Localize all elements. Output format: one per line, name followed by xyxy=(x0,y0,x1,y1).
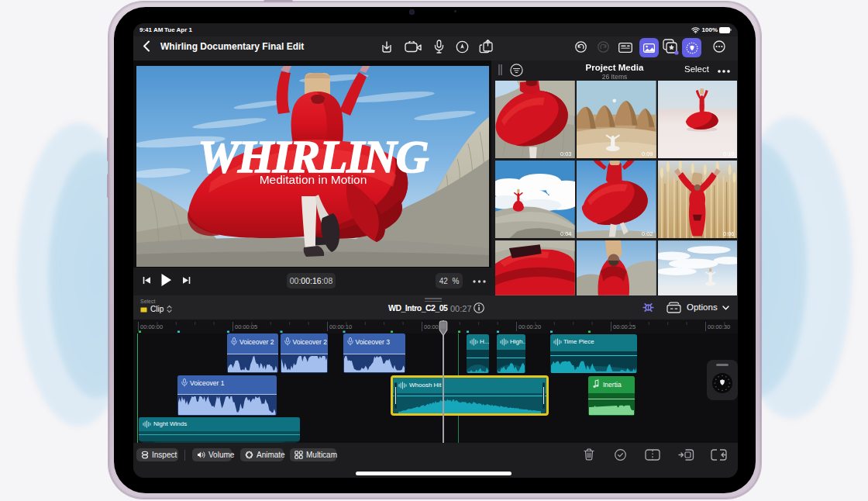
svg-text:0:02: 0:02 xyxy=(642,230,653,237)
svg-text:00:00:00: 00:00:00 xyxy=(140,323,163,330)
svg-text:00:00:20: 00:00:20 xyxy=(518,323,541,330)
svg-text:0:03: 0:03 xyxy=(560,150,572,157)
svg-text:0:09: 0:09 xyxy=(642,150,653,157)
svg-text:00:00:30: 00:00:30 xyxy=(708,323,730,330)
svg-text:00:00:25: 00:00:25 xyxy=(613,323,636,330)
svg-text:00:00:05: 00:00:05 xyxy=(235,323,257,330)
svg-text:0:06: 0:06 xyxy=(722,230,734,237)
svg-text:0:04: 0:04 xyxy=(560,230,572,237)
svg-text:Meditation in Motion: Meditation in Motion xyxy=(260,173,367,186)
svg-text:0:10: 0:10 xyxy=(722,150,734,157)
svg-text:00:00:10: 00:00:10 xyxy=(329,323,352,330)
